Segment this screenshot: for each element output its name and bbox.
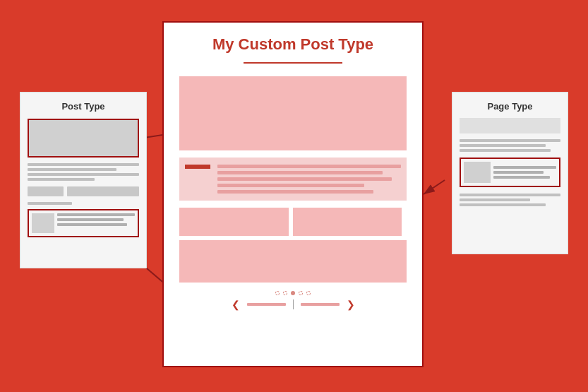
main-container: My Custom Post Type [0, 0, 588, 392]
right-feat-line-1 [493, 166, 556, 169]
center-content-img-1 [179, 208, 289, 236]
nav-line-right [301, 303, 340, 306]
center-content-bottom [179, 240, 407, 283]
next-arrow[interactable]: ❯ [347, 299, 355, 310]
left-excerpt-lines [57, 213, 135, 233]
excerpt-line-3 [57, 223, 127, 226]
left-small-block-1 [28, 186, 64, 196]
center-text-line-4 [217, 184, 364, 187]
center-dots [275, 291, 311, 295]
dot-5 [306, 291, 311, 295]
left-text-lines [28, 163, 139, 181]
dot-3 [291, 291, 295, 295]
center-title: My Custom Post Type [179, 35, 407, 54]
center-text-lines [217, 165, 401, 194]
right-footer-line-1 [460, 194, 560, 196]
left-panel-title: Post Type [28, 101, 139, 112]
right-featured-image [464, 162, 491, 183]
center-underline [244, 62, 342, 64]
left-line-2 [28, 168, 116, 171]
right-feat-line-3 [493, 176, 550, 179]
center-highlight-left [185, 165, 210, 169]
right-line-2 [460, 144, 546, 147]
right-footer-lines [460, 194, 560, 206]
center-pagination-nav[interactable]: ❮ ❯ [232, 299, 355, 310]
dot-2 [283, 291, 287, 295]
center-hero-image [179, 76, 407, 150]
center-text-line-2 [217, 171, 383, 174]
center-panel: My Custom Post Type [162, 21, 424, 367]
center-pagination-area: ❮ ❯ [179, 291, 407, 310]
right-header-bar [460, 118, 560, 133]
dot-4 [299, 291, 303, 295]
right-panel: Page Type [452, 92, 568, 254]
right-featured-box [460, 158, 560, 187]
excerpt-line-2 [57, 218, 124, 221]
center-text-line-3 [217, 177, 392, 181]
center-content-img-2 [293, 208, 402, 236]
nav-line-left [247, 303, 286, 306]
center-text-line-1 [217, 165, 401, 168]
prev-arrow[interactable]: ❮ [232, 299, 240, 310]
right-line-3 [460, 149, 551, 152]
dot-1 [275, 291, 280, 295]
excerpt-line-1 [57, 213, 135, 216]
right-feat-line-2 [493, 171, 544, 174]
left-panel: Post Type [20, 92, 147, 268]
right-footer-line-2 [460, 198, 530, 201]
left-line-4 [28, 178, 95, 181]
left-small-block-2 [67, 186, 139, 196]
left-line-5 [28, 202, 72, 205]
center-red-bar [185, 165, 210, 169]
left-small-blocks [28, 186, 139, 196]
right-panel-title: Page Type [460, 101, 560, 112]
right-featured-lines [493, 162, 556, 183]
right-footer-line-3 [460, 203, 546, 206]
left-featured-image [28, 119, 139, 158]
left-line-1 [28, 163, 139, 166]
center-text-line-5 [217, 190, 373, 194]
left-text-lines-2 [28, 202, 139, 205]
left-excerpt-box [28, 209, 139, 237]
center-highlight-row [179, 158, 407, 201]
center-content-top [179, 208, 407, 236]
left-line-3 [28, 173, 139, 176]
svg-line-3 [424, 180, 445, 194]
center-content-block [179, 208, 407, 283]
right-content-lines [460, 137, 560, 154]
left-excerpt-image [32, 213, 54, 233]
right-line-1 [460, 139, 560, 142]
nav-divider [293, 299, 294, 309]
